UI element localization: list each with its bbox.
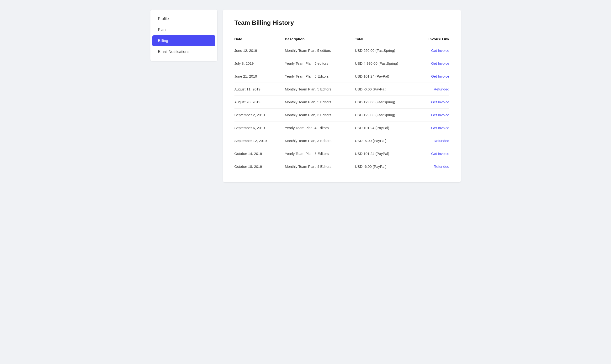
cell-description: Yearly Team Plan, 4 Editors <box>285 121 355 134</box>
cell-total: USD -6.00 (PayPal) <box>355 83 420 96</box>
cell-invoice-link: Refunded <box>420 134 449 147</box>
cell-date: June 12, 2019 <box>234 44 285 57</box>
table-row: September 12, 2019Monthly Team Plan, 3 E… <box>234 134 449 147</box>
table-row: June 21, 2019Yearly Team Plan, 5 Editors… <box>234 70 449 83</box>
cell-date: October 18, 2019 <box>234 160 285 173</box>
table-header-row: Date Description Total Invoice Link <box>234 34 449 44</box>
get-invoice-link[interactable]: Get Invoice <box>431 74 449 78</box>
main-content: Team Billing History Date Description To… <box>223 10 461 182</box>
table-row: June 12, 2019Monthly Team Plan, 5 editor… <box>234 44 449 57</box>
cell-date: July 8, 2019 <box>234 57 285 70</box>
table-row: September 6, 2019Yearly Team Plan, 4 Edi… <box>234 121 449 134</box>
cell-invoice-link: Refunded <box>420 83 449 96</box>
cell-total: USD -6.00 (PayPal) <box>355 134 420 147</box>
cell-invoice-link[interactable]: Get Invoice <box>420 57 449 70</box>
cell-total: USD 250.00 (FastSpring) <box>355 44 420 57</box>
cell-description: Monthly Team Plan, 5 editors <box>285 44 355 57</box>
cell-description: Monthly Team Plan, 4 Editors <box>285 160 355 173</box>
cell-invoice-link[interactable]: Get Invoice <box>420 96 449 109</box>
cell-invoice-link[interactable]: Get Invoice <box>420 44 449 57</box>
col-header-description: Description <box>285 34 355 44</box>
sidebar-item-email-notifications-label: Email Notifications <box>158 50 190 54</box>
cell-total: USD 129.00 (FastSpring) <box>355 96 420 109</box>
cell-invoice-link[interactable]: Get Invoice <box>420 121 449 134</box>
refunded-label: Refunded <box>434 139 449 143</box>
sidebar-item-email-notifications[interactable]: Email Notifications <box>152 46 215 57</box>
cell-description: Monthly Team Plan, 5 Editors <box>285 83 355 96</box>
sidebar: Profile Plan Billing Email Notifications <box>150 10 217 61</box>
cell-date: October 14, 2019 <box>234 147 285 160</box>
col-header-total: Total <box>355 34 420 44</box>
cell-description: Yearly Team Plan, 5 editors <box>285 57 355 70</box>
page-layout: Profile Plan Billing Email Notifications… <box>150 10 461 182</box>
table-row: October 18, 2019Monthly Team Plan, 4 Edi… <box>234 160 449 173</box>
table-row: July 8, 2019Yearly Team Plan, 5 editorsU… <box>234 57 449 70</box>
cell-description: Yearly Team Plan, 5 Editors <box>285 70 355 83</box>
cell-total: USD 101.24 (PayPal) <box>355 70 420 83</box>
get-invoice-link[interactable]: Get Invoice <box>431 113 449 117</box>
sidebar-item-profile-label: Profile <box>158 17 169 21</box>
billing-table: Date Description Total Invoice Link June… <box>234 34 449 173</box>
col-header-invoice-link: Invoice Link <box>420 34 449 44</box>
cell-total: USD 129.00 (FastSpring) <box>355 109 420 121</box>
get-invoice-link[interactable]: Get Invoice <box>431 49 449 52</box>
cell-description: Yearly Team Plan, 3 Editors <box>285 147 355 160</box>
cell-invoice-link: Refunded <box>420 160 449 173</box>
refunded-label: Refunded <box>434 87 449 91</box>
refunded-label: Refunded <box>434 164 449 169</box>
cell-total: USD -6.00 (PayPal) <box>355 160 420 173</box>
sidebar-item-billing-label: Billing <box>158 39 168 43</box>
cell-date: June 21, 2019 <box>234 70 285 83</box>
sidebar-item-plan-label: Plan <box>158 28 166 32</box>
cell-invoice-link[interactable]: Get Invoice <box>420 70 449 83</box>
cell-description: Monthly Team Plan, 5 Editors <box>285 96 355 109</box>
get-invoice-link[interactable]: Get Invoice <box>431 61 449 65</box>
cell-total: USD 101.24 (PayPal) <box>355 121 420 134</box>
table-row: October 14, 2019Yearly Team Plan, 3 Edit… <box>234 147 449 160</box>
get-invoice-link[interactable]: Get Invoice <box>431 126 449 130</box>
table-row: September 2, 2019Monthly Team Plan, 3 Ed… <box>234 109 449 121</box>
cell-description: Monthly Team Plan, 3 Editors <box>285 109 355 121</box>
cell-date: August 11, 2019 <box>234 83 285 96</box>
cell-invoice-link[interactable]: Get Invoice <box>420 109 449 121</box>
get-invoice-link[interactable]: Get Invoice <box>431 152 449 156</box>
col-header-date: Date <box>234 34 285 44</box>
cell-date: August 28, 2019 <box>234 96 285 109</box>
table-row: August 11, 2019Monthly Team Plan, 5 Edit… <box>234 83 449 96</box>
cell-date: September 2, 2019 <box>234 109 285 121</box>
get-invoice-link[interactable]: Get Invoice <box>431 100 449 104</box>
cell-description: Monthly Team Plan, 3 Editors <box>285 134 355 147</box>
cell-total: USD 101.24 (PayPal) <box>355 147 420 160</box>
page-title: Team Billing History <box>234 19 449 26</box>
sidebar-item-profile[interactable]: Profile <box>152 13 215 24</box>
cell-total: USD 4,990.00 (FastSpring) <box>355 57 420 70</box>
table-row: August 28, 2019Monthly Team Plan, 5 Edit… <box>234 96 449 109</box>
sidebar-item-billing[interactable]: Billing <box>152 35 215 46</box>
cell-invoice-link[interactable]: Get Invoice <box>420 147 449 160</box>
cell-date: September 12, 2019 <box>234 134 285 147</box>
cell-date: September 6, 2019 <box>234 121 285 134</box>
sidebar-item-plan[interactable]: Plan <box>152 24 215 35</box>
